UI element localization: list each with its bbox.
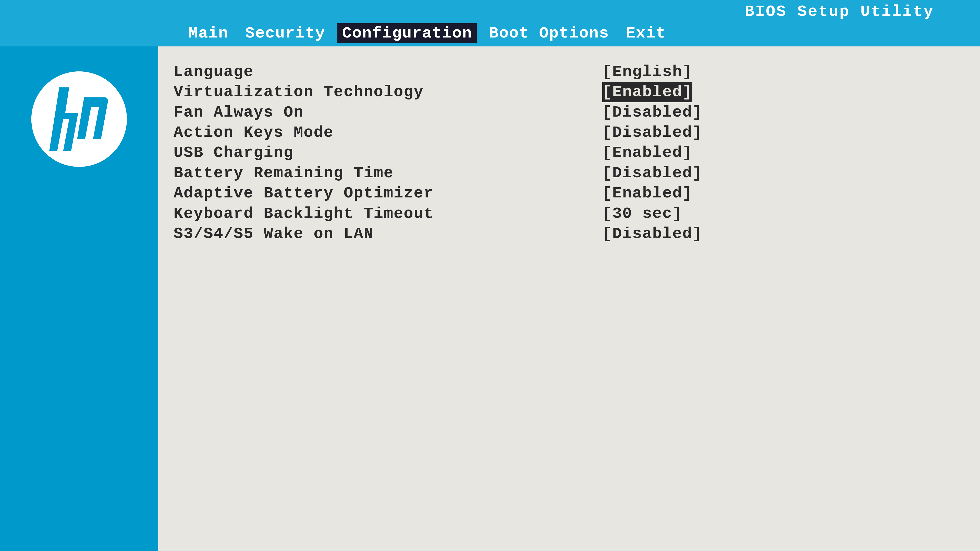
setting-label: Fan Always On [173, 102, 602, 122]
setting-value[interactable]: [Enabled] [602, 143, 692, 163]
setting-fan-always-on[interactable]: Fan Always On [Disabled] [173, 102, 965, 122]
setting-value[interactable]: [Disabled] [602, 102, 702, 122]
logo-sidebar [0, 46, 158, 551]
setting-label: USB Charging [173, 143, 602, 163]
setting-value[interactable]: [English] [602, 62, 692, 82]
setting-label: Virtualization Technology [173, 82, 602, 102]
menu-main[interactable]: Main [184, 23, 233, 43]
setting-label: Action Keys Mode [173, 122, 602, 143]
setting-wake-on-lan[interactable]: S3/S4/S5 Wake on LAN [Disabled] [173, 224, 965, 244]
setting-usb-charging[interactable]: USB Charging [Enabled] [173, 143, 965, 163]
setting-label: Battery Remaining Time [173, 163, 602, 183]
setting-keyboard-backlight-timeout[interactable]: Keyboard Backlight Timeout [30 sec] [173, 203, 965, 224]
main-area: Language [English] Virtualization Techno… [0, 46, 980, 551]
menu-exit[interactable]: Exit [621, 23, 671, 43]
setting-virtualization-technology[interactable]: Virtualization Technology [Enabled] [173, 82, 965, 102]
bios-header: BIOS Setup Utility Main Security Configu… [0, 0, 980, 46]
setting-action-keys-mode[interactable]: Action Keys Mode [Disabled] [173, 122, 965, 143]
setting-value[interactable]: [Enabled] [602, 82, 692, 102]
setting-value[interactable]: [Disabled] [602, 224, 702, 244]
setting-label: Adaptive Battery Optimizer [173, 183, 602, 203]
settings-panel: Language [English] Virtualization Techno… [158, 46, 980, 551]
menu-bar: Main Security Configuration Boot Options… [0, 22, 980, 46]
svg-point-0 [32, 71, 127, 167]
setting-value[interactable]: [30 sec] [602, 203, 682, 224]
setting-battery-remaining-time[interactable]: Battery Remaining Time [Disabled] [173, 163, 965, 183]
setting-adaptive-battery-optimizer[interactable]: Adaptive Battery Optimizer [Enabled] [173, 183, 965, 203]
menu-boot-options[interactable]: Boot Options [484, 23, 614, 43]
setting-label: Keyboard Backlight Timeout [173, 203, 602, 224]
setting-value[interactable]: [Disabled] [602, 122, 702, 143]
setting-label: S3/S4/S5 Wake on LAN [173, 224, 602, 244]
bios-title: BIOS Setup Utility [0, 0, 980, 22]
hp-logo-icon [29, 69, 129, 169]
setting-label: Language [173, 62, 602, 82]
menu-security[interactable]: Security [241, 23, 330, 43]
setting-value[interactable]: [Disabled] [602, 163, 702, 183]
menu-configuration[interactable]: Configuration [337, 23, 477, 43]
setting-language[interactable]: Language [English] [173, 62, 965, 82]
setting-value[interactable]: [Enabled] [602, 183, 692, 203]
